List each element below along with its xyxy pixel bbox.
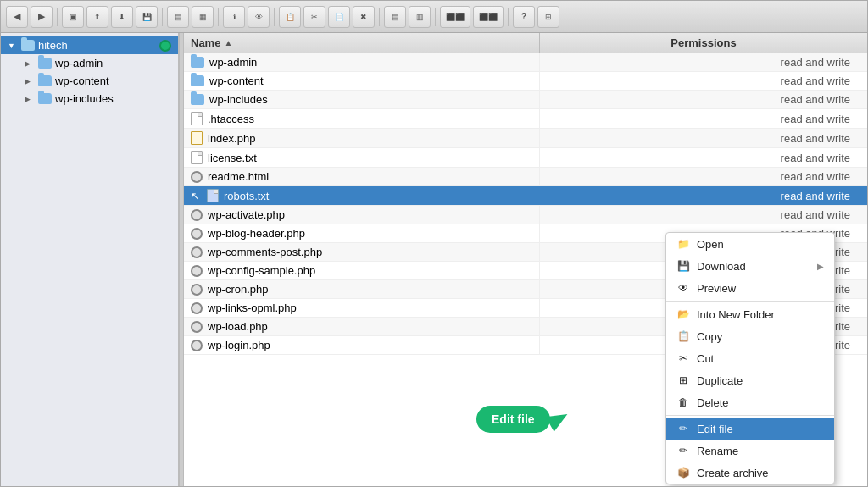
tb-btn-16[interactable]: ⬛⬛	[473, 6, 504, 28]
delete-button[interactable]: ✖	[353, 6, 375, 28]
tb-btn-14[interactable]: ▥	[409, 6, 431, 28]
toolbar-sep-4	[274, 8, 275, 26]
tb-btn-13[interactable]: ▤	[384, 6, 406, 28]
col-perms-header[interactable]: Permissions	[540, 33, 867, 53]
menu-item-cut[interactable]: ✂ Cut	[666, 347, 834, 369]
menu-sep-1	[666, 301, 834, 302]
menu-label-create-archive: Create archive	[697, 467, 769, 479]
menu-item-delete[interactable]: 🗑 Delete	[666, 391, 834, 413]
sort-arrow: ▲	[224, 38, 232, 47]
submenu-arrow-download: ▶	[817, 262, 824, 271]
file-name-wp-cron: wp-cron.php	[184, 280, 540, 298]
tb-btn-7[interactable]: ▤	[167, 6, 189, 28]
paste-button[interactable]: 📄	[328, 6, 350, 28]
file-icon-wp-links-opml	[191, 302, 203, 314]
callout-label: Edit file	[492, 412, 535, 426]
file-icon-index-php	[191, 131, 203, 145]
delete-menu-icon: 🗑	[676, 396, 690, 409]
file-name-wp-content: wp-content	[184, 72, 540, 90]
file-label-wp-content: wp-content	[209, 75, 264, 87]
sidebar-label-wp-includes: wp-includes	[55, 92, 114, 105]
file-icon-readme	[191, 171, 203, 183]
file-name-license: license.txt	[184, 148, 540, 167]
tb-btn-4[interactable]: ⬆	[86, 6, 108, 28]
file-icon-wp-comments-post	[191, 246, 203, 258]
file-label-wp-config-sample: wp-config-sample.php	[208, 264, 315, 277]
forward-button[interactable]: ▶	[31, 6, 53, 28]
file-row-htaccess[interactable]: .htaccess read and write	[184, 109, 867, 129]
toolbar-sep-7	[508, 8, 509, 26]
file-name-wp-activate: wp-activate.php	[184, 206, 540, 224]
sidebar-item-wp-includes[interactable]: ▶ wp-includes	[1, 90, 178, 108]
rename-icon: ✏	[676, 444, 690, 457]
col-perms-label: Permissions	[670, 36, 736, 49]
file-row-wp-content[interactable]: wp-content read and write	[184, 72, 867, 91]
menu-item-preview[interactable]: 👁 Preview	[666, 277, 834, 299]
into-new-folder-icon: 📂	[676, 307, 690, 321]
menu-sep-2	[666, 415, 834, 416]
expand-arrow-wp-admin: ▶	[25, 59, 35, 68]
tb-btn-3[interactable]: ▣	[62, 6, 84, 28]
duplicate-icon: ⊞	[676, 374, 690, 387]
expand-arrow-hitech: ▼	[8, 42, 18, 50]
info-button[interactable]: ℹ	[223, 6, 245, 28]
sidebar-item-wp-content[interactable]: ▶ wp-content	[1, 72, 178, 90]
edit-icon: ✏	[676, 422, 690, 435]
menu-item-into-new-folder[interactable]: 📂 Into New Folder	[666, 303, 834, 325]
file-row-readme[interactable]: readme.html read and write	[184, 168, 867, 186]
sidebar-item-hitech[interactable]: ▼ hitech	[1, 36, 178, 54]
menu-item-duplicate[interactable]: ⊞ Duplicate	[666, 369, 834, 391]
tb-btn-6[interactable]: 💾	[136, 6, 158, 28]
file-row-license[interactable]: license.txt read and write	[184, 148, 867, 168]
grid-button[interactable]: ⊞	[537, 6, 559, 28]
file-row-wp-activate[interactable]: wp-activate.php read and write	[184, 206, 867, 224]
help-button[interactable]: ?	[513, 6, 535, 28]
file-icon-wp-load	[191, 321, 203, 333]
tb-btn-15[interactable]: ⬛⬛	[440, 6, 470, 28]
file-row-robots[interactable]: ↖ robots.txt read and write	[184, 186, 867, 206]
file-perms-robots: read and write	[540, 187, 867, 205]
cut-button[interactable]: ✂	[303, 6, 326, 28]
file-label-wp-login: wp-login.php	[208, 339, 270, 351]
copy-button[interactable]: 📋	[279, 6, 301, 28]
file-icon-wp-activate	[191, 209, 203, 221]
menu-label-into-new-folder: Into New Folder	[697, 308, 775, 321]
main-window: ◀ ▶ ▣ ⬆ ⬇ 💾 ▤ ▦ ℹ 👁 📋 ✂ 📄 ✖ ▤ ▥ ⬛⬛ ⬛⬛ ? …	[0, 0, 868, 487]
file-name-wp-load: wp-load.php	[184, 318, 540, 335]
sidebar: ▼ hitech ▶ wp-admin ▶ wp-content ▶ w	[1, 33, 179, 486]
file-perms-index-php: read and write	[540, 130, 867, 147]
back-button[interactable]: ◀	[6, 6, 28, 28]
file-icon-wp-cron	[191, 284, 203, 296]
file-row-wp-admin[interactable]: wp-admin read and write	[184, 53, 867, 72]
preview-button[interactable]: 👁	[248, 6, 270, 28]
toolbar-sep-2	[162, 8, 163, 26]
menu-item-download[interactable]: 💾 Download ▶	[666, 255, 834, 277]
file-label-wp-comments-post: wp-comments-post.php	[208, 246, 322, 258]
folder-icon-row-wp-content	[191, 75, 204, 86]
menu-item-copy[interactable]: 📋 Copy	[666, 325, 834, 347]
file-icon-robots	[207, 189, 219, 202]
sidebar-label-wp-admin: wp-admin	[55, 57, 103, 69]
file-label-wp-admin: wp-admin	[209, 56, 257, 69]
file-name-wp-blog-header: wp-blog-header.php	[184, 224, 540, 242]
menu-item-edit-file[interactable]: ✏ Edit file	[666, 418, 834, 440]
cut-menu-icon: ✂	[676, 351, 690, 365]
menu-label-edit-file: Edit file	[697, 423, 733, 435]
file-row-wp-includes[interactable]: wp-includes read and write	[184, 91, 867, 109]
sidebar-item-wp-admin[interactable]: ▶ wp-admin	[1, 54, 178, 72]
file-name-wp-links-opml: wp-links-opml.php	[184, 299, 540, 317]
download-icon: 💾	[676, 259, 690, 273]
file-row-index-php[interactable]: index.php read and write	[184, 129, 867, 148]
menu-item-rename[interactable]: ✏ Rename	[666, 440, 834, 462]
tb-btn-5[interactable]: ⬇	[111, 6, 133, 28]
menu-item-create-archive[interactable]: 📦 Create archive	[666, 462, 834, 484]
tb-btn-8[interactable]: ▦	[192, 6, 214, 28]
archive-icon: 📦	[676, 466, 690, 479]
file-perms-wp-includes: read and write	[540, 91, 867, 108]
menu-label-download: Download	[697, 260, 746, 273]
file-label-index-php: index.php	[208, 132, 255, 145]
col-name-label: Name	[191, 36, 220, 49]
file-icon-htaccess	[191, 112, 203, 125]
menu-item-open[interactable]: 📁 Open	[666, 233, 834, 255]
col-name-header[interactable]: Name ▲	[184, 33, 540, 53]
